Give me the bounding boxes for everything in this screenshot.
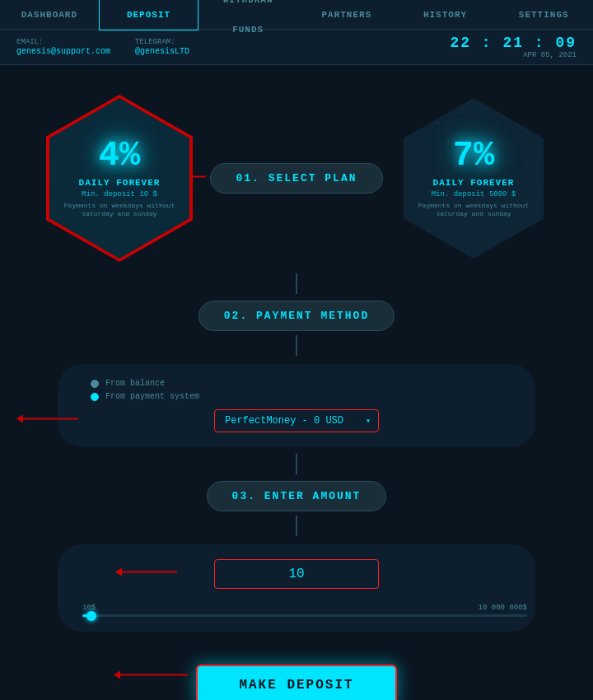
- step-2-pill: 02. PAYMENT METHOD: [198, 301, 395, 331]
- svg-marker-5: [115, 568, 122, 576]
- radio-balance-label: From balance: [105, 379, 165, 388]
- nav-deposit[interactable]: DEPOSIT: [99, 0, 199, 30]
- arrow-to-amount: [115, 567, 177, 578]
- radio-payment-system-label: From payment system: [105, 392, 199, 401]
- arrow-to-button: [114, 670, 188, 681]
- radio-payment-system[interactable]: From payment system: [91, 392, 511, 401]
- step-1-pill: 01. SELECT PLAN: [210, 163, 382, 194]
- email-value: genesis@support.com: [16, 47, 110, 56]
- amount-box: 10$ 10 000 000$: [58, 544, 535, 632]
- nav-dashboard[interactable]: DASHBOARD: [0, 0, 99, 30]
- nav-withdraw[interactable]: WITHDRAW FUNDS: [198, 0, 297, 44]
- plan-2-title: DAILY FOREVER: [433, 178, 515, 188]
- slider-thumb[interactable]: [86, 611, 96, 621]
- plan-1-desc: Payments on weekdays without saturday an…: [62, 202, 177, 219]
- date-display: APR 05, 2021: [450, 51, 577, 59]
- payment-dropdown[interactable]: PerfectMoney - 0 USD Bitcoin - 0 USD Eth…: [214, 409, 379, 432]
- nav-settings[interactable]: SETTINGS: [494, 0, 593, 30]
- slider-track[interactable]: [82, 614, 527, 617]
- telegram-value: @genesisLTD: [135, 47, 189, 56]
- plan-2-desc: Payments on weekdays without saturday an…: [416, 202, 531, 219]
- plan-1-container: 4% DAILY FOREVER Min. deposit 10 $ Payme…: [41, 90, 198, 267]
- nav-partners[interactable]: PARTNERS: [297, 0, 396, 30]
- nav-history[interactable]: HISTORY: [396, 0, 495, 30]
- plan-1-min: Min. deposit 10 $: [82, 190, 157, 198]
- payment-method-box: From balance From payment system Perfect…: [58, 364, 535, 447]
- radio-payment-system-dot: [91, 393, 99, 401]
- make-deposit-button[interactable]: MAKE DEPOSIT: [196, 665, 396, 700]
- payment-radio-group: From balance From payment system: [82, 379, 511, 401]
- arrow-to-dropdown: [16, 413, 78, 425]
- clock-display: 22 : 21 : 09: [450, 35, 577, 51]
- radio-balance-dot: [91, 380, 99, 388]
- plan-1-percent: 4%: [99, 138, 140, 173]
- step-3-pill: 03. ENTER AMOUNT: [207, 481, 387, 511]
- amount-input[interactable]: [214, 559, 379, 589]
- radio-balance[interactable]: From balance: [91, 379, 511, 388]
- plan-2-container: 7% DAILY FOREVER Min. deposit 5000 $ Pay…: [395, 90, 552, 267]
- email-label: EMAIL:: [16, 38, 110, 46]
- svg-marker-7: [114, 671, 120, 679]
- plan-2-min: Min. deposit 5000 $: [432, 190, 516, 198]
- main-content: 4% DAILY FOREVER Min. deposit 10 $ Payme…: [0, 65, 593, 700]
- slider-container: 10$ 10 000 000$: [82, 604, 527, 617]
- telegram-field: TELEGRAM: @genesisLTD: [135, 38, 189, 56]
- slider-max-label: 10 000 000$: [479, 604, 527, 612]
- email-field: EMAIL: genesis@support.com: [16, 38, 110, 56]
- plan-2-percent: 7%: [453, 138, 494, 173]
- svg-marker-3: [16, 415, 23, 423]
- plan-2-hexagon[interactable]: 7% DAILY FOREVER Min. deposit 5000 $ Pay…: [404, 98, 544, 259]
- telegram-label: TELEGRAM:: [135, 38, 189, 46]
- plan-1-title: DAILY FOREVER: [79, 178, 161, 188]
- plan-1-hexagon[interactable]: 4% DAILY FOREVER Min. deposit 10 $ Payme…: [49, 98, 189, 259]
- navigation: DASHBOARD DEPOSIT WITHDRAW FUNDS PARTNER…: [0, 0, 593, 30]
